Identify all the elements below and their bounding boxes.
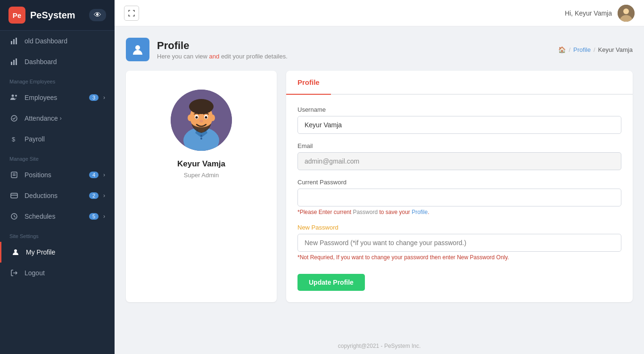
profile-name: Keyur Vamja bbox=[177, 159, 225, 169]
page-title: Profile bbox=[157, 40, 288, 52]
new-password-label: New Password bbox=[297, 224, 621, 231]
page-header: Profile Here you can view and edit your … bbox=[126, 38, 633, 61]
profile-form-panel: Profile Username Email Current P bbox=[286, 71, 633, 302]
svg-rect-5 bbox=[16, 58, 17, 65]
page-header-left: Profile Here you can view and edit your … bbox=[126, 38, 288, 61]
svg-point-29 bbox=[188, 115, 192, 121]
svg-rect-1 bbox=[13, 39, 15, 44]
current-password-label: Current Password bbox=[297, 179, 621, 186]
profile-role: Super Admin bbox=[184, 172, 219, 179]
sidebar-item-dashboard-old[interactable]: old Dashboard bbox=[0, 31, 115, 51]
profile-page-icon bbox=[126, 38, 149, 61]
sidebar-item-deductions[interactable]: Deductions 2 › bbox=[0, 185, 115, 206]
sidebar: Pe PeSystem 👁 old Dashboard Dashboard Ma… bbox=[0, 0, 115, 354]
position-icon bbox=[9, 171, 19, 179]
current-password-input[interactable] bbox=[297, 189, 621, 206]
breadcrumb-current: Keyur Vamja bbox=[598, 46, 633, 53]
new-password-hint: *Not Requried, If you want to change you… bbox=[297, 254, 621, 261]
people-icon bbox=[9, 94, 19, 101]
sidebar-item-logout[interactable]: Logout bbox=[0, 263, 115, 283]
svg-rect-10 bbox=[11, 172, 17, 178]
email-input[interactable] bbox=[297, 152, 621, 170]
profile-card: Keyur Vamja Super Admin bbox=[126, 71, 277, 302]
clock-icon bbox=[9, 213, 19, 220]
sidebar-logo: Pe PeSystem 👁 bbox=[0, 0, 115, 31]
profile-tabs: Profile bbox=[286, 71, 633, 95]
username-label: Username bbox=[297, 106, 621, 113]
svg-rect-3 bbox=[11, 62, 12, 65]
logo-name: PeSystem bbox=[30, 10, 75, 21]
employees-chevron: › bbox=[103, 94, 105, 101]
new-password-group: New Password *Not Requried, If you want … bbox=[297, 224, 621, 261]
svg-rect-0 bbox=[11, 41, 12, 44]
new-password-input[interactable] bbox=[297, 234, 621, 252]
schedules-chevron: › bbox=[103, 213, 105, 220]
main-content: Hi, Keyur Vamja bbox=[115, 0, 644, 354]
breadcrumb-profile-link[interactable]: Profile bbox=[573, 46, 591, 53]
deductions-icon bbox=[9, 192, 19, 199]
employees-badge: 3 bbox=[89, 94, 99, 101]
footer: copyright@2021 - PeSystem Inc. bbox=[115, 336, 644, 354]
page-content: Profile Here you can view and edit your … bbox=[115, 26, 644, 336]
sidebar-item-positions[interactable]: Positions 4 › bbox=[0, 165, 115, 185]
avatar-container bbox=[171, 90, 232, 151]
chart2-icon bbox=[9, 58, 19, 66]
email-group: Email bbox=[297, 142, 621, 170]
avatar bbox=[618, 5, 635, 22]
check-circle-icon bbox=[9, 115, 19, 122]
breadcrumb-sep1: / bbox=[569, 46, 570, 53]
profile-area: Keyur Vamja Super Admin Profile Username bbox=[126, 71, 633, 302]
section-manage-employees: Manage Employees bbox=[0, 72, 115, 87]
profile-form: Username Email Current Password *Please … bbox=[286, 95, 633, 302]
update-profile-button[interactable]: Update Profile bbox=[297, 274, 365, 291]
svg-point-18 bbox=[14, 249, 17, 252]
svg-point-35 bbox=[199, 120, 203, 123]
svg-point-33 bbox=[196, 116, 198, 119]
sidebar-item-schedules[interactable]: Schedules 5 › bbox=[0, 206, 115, 227]
page-title-group: Profile Here you can view and edit your … bbox=[157, 40, 288, 60]
deductions-chevron: › bbox=[103, 192, 105, 199]
sidebar-item-dashboard[interactable]: Dashboard bbox=[0, 51, 115, 72]
sidebar-item-my-profile[interactable]: My Profile bbox=[0, 242, 115, 263]
tab-profile[interactable]: Profile bbox=[286, 71, 331, 95]
section-site-settings: Site Settings bbox=[0, 227, 115, 242]
logout-icon bbox=[9, 269, 19, 277]
email-label: Email bbox=[297, 142, 621, 149]
current-password-group: Current Password *Please Enter current P… bbox=[297, 179, 621, 215]
sidebar-item-payroll[interactable]: $ Payroll bbox=[0, 129, 115, 149]
svg-point-34 bbox=[205, 116, 207, 119]
breadcrumb: 🏠 / Profile / Keyur Vamja bbox=[558, 46, 633, 53]
deductions-badge: 2 bbox=[89, 192, 99, 199]
positions-badge: 4 bbox=[89, 172, 99, 178]
dollar-icon: $ bbox=[9, 135, 19, 143]
svg-text:$: $ bbox=[12, 136, 16, 143]
attendance-chevron: › bbox=[60, 115, 62, 122]
topbar-right: Hi, Keyur Vamja bbox=[565, 5, 635, 22]
chart-icon bbox=[9, 37, 19, 45]
profile-icon bbox=[11, 248, 20, 256]
svg-point-36 bbox=[200, 135, 202, 137]
expand-icon[interactable] bbox=[124, 6, 139, 21]
svg-point-28 bbox=[190, 102, 213, 113]
svg-rect-2 bbox=[16, 38, 17, 44]
svg-point-30 bbox=[210, 115, 215, 121]
svg-point-21 bbox=[623, 8, 629, 14]
svg-rect-13 bbox=[11, 193, 17, 198]
sidebar-item-attendance[interactable]: Attendance › bbox=[0, 108, 115, 129]
svg-point-22 bbox=[135, 45, 140, 50]
svg-point-6 bbox=[12, 95, 14, 97]
breadcrumb-sep2: / bbox=[594, 46, 595, 53]
page-subtitle: Here you can view and edit your profile … bbox=[157, 53, 288, 60]
sidebar-item-employees[interactable]: Employees 3 › bbox=[0, 87, 115, 108]
current-password-hint: *Please Enter current Password to save y… bbox=[297, 209, 621, 215]
toggle-sidebar-button[interactable]: 👁 bbox=[89, 9, 106, 21]
svg-point-7 bbox=[15, 95, 17, 97]
logo-icon: Pe bbox=[8, 7, 25, 24]
topbar: Hi, Keyur Vamja bbox=[115, 0, 644, 26]
schedules-badge: 5 bbox=[89, 213, 99, 220]
home-icon[interactable]: 🏠 bbox=[558, 46, 566, 53]
positions-chevron: › bbox=[103, 172, 105, 178]
section-manage-site: Manage Site bbox=[0, 149, 115, 165]
username-group: Username bbox=[297, 106, 621, 134]
username-input[interactable] bbox=[297, 116, 621, 134]
